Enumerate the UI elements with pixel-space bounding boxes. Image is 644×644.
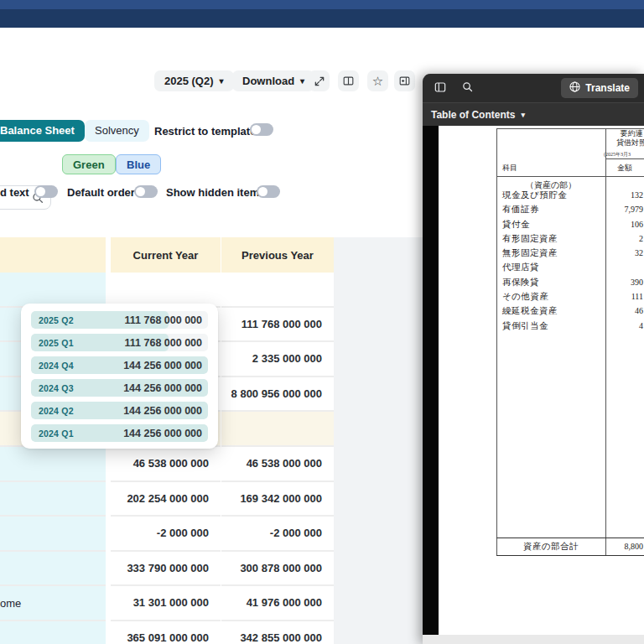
row-label-cell[interactable] <box>0 273 106 308</box>
quarter-bar-row: 2024 Q1 144 256 000 000 <box>31 424 208 442</box>
period-selector-label: 2025 (Q2) <box>164 75 214 87</box>
table-header-current-year: Current Year <box>111 237 221 273</box>
show-hidden-items-toggle[interactable] <box>257 185 280 198</box>
toggle-knob <box>36 187 45 196</box>
toggle-knob <box>252 125 261 134</box>
default-order-toggle[interactable] <box>134 185 158 198</box>
doc-row-amount: 106 <box>605 217 643 231</box>
table-row: 46 538 000 000 46 538 000 000 <box>0 447 334 482</box>
current-year-cell[interactable]: 46 538 000 000 <box>111 447 221 482</box>
quarter-value: 144 256 000 000 <box>123 405 202 417</box>
period-selector[interactable]: 2025 (Q2) ▾ <box>154 70 234 91</box>
download-button[interactable]: Download ▾ <box>232 70 314 91</box>
translate-button[interactable]: Translate <box>561 78 638 98</box>
previous-year-cell[interactable]: -2 000 000 <box>221 517 334 552</box>
document-search-button[interactable] <box>454 75 480 101</box>
green-filter-button[interactable]: Green <box>62 154 116 174</box>
toc-sidebar-button[interactable] <box>428 75 453 101</box>
globe-icon <box>569 81 580 95</box>
doc-row: 有形固定資産 2 <box>496 231 644 246</box>
current-year-cell[interactable]: -2 000 000 <box>111 517 221 552</box>
doc-row-amount: 4 <box>605 319 643 333</box>
tab-solvency[interactable]: Solvency <box>85 120 149 142</box>
browser-top-bar <box>0 0 644 9</box>
table-background <box>334 237 426 644</box>
quarter-label: 2025 Q2 <box>39 315 74 325</box>
current-year-cell[interactable]: 202 254 000 000 <box>111 482 221 517</box>
quarter-bar-row: 2024 Q3 144 256 000 000 <box>31 379 208 397</box>
doc-row-amount: 111 <box>605 289 643 304</box>
favorite-button[interactable]: ☆ <box>367 70 388 91</box>
previous-year-cell[interactable]: 111 768 000 000 <box>221 308 334 343</box>
previous-year-cell[interactable] <box>221 273 334 308</box>
quarter-value: 144 256 000 000 <box>123 428 202 439</box>
expand-button[interactable] <box>309 70 330 91</box>
row-label-cell[interactable] <box>0 621 106 644</box>
previous-year-cell[interactable]: 46 538 000 000 <box>221 447 334 482</box>
table-row: ome 31 301 000 000 41 976 000 000 <box>0 586 334 621</box>
previous-year-cell[interactable]: 300 878 000 000 <box>221 552 334 587</box>
table-header-previous-year: Previous Year <box>221 237 334 273</box>
doc-row: 貸付金 106 <box>496 217 644 231</box>
previous-year-cell[interactable]: 8 800 956 000 000 <box>221 377 334 413</box>
doc-row: 繰延税金資産 46 <box>496 304 644 318</box>
document-viewer-canvas: 要約連 貸借対照 (2025年3月3 科目 金額 （資産の部） 現金及び預貯金 … <box>423 126 644 644</box>
blue-filter-button[interactable]: Blue <box>116 154 161 174</box>
doc-row-label: 有価証券 <box>502 202 539 216</box>
table-row: -2 000 000 -2 000 000 <box>0 517 334 552</box>
current-year-cell[interactable] <box>111 273 221 308</box>
doc-row: 再保険貸 390 <box>496 275 644 289</box>
doc-row-amount: 390 <box>605 275 643 289</box>
restrict-to-template-toggle[interactable] <box>250 123 273 136</box>
quarter-label: 2024 Q2 <box>39 406 74 416</box>
chevron-down-icon: ▾ <box>300 76 304 86</box>
default-order-label: Default order <box>67 186 135 199</box>
doc-row-amount: 46 <box>605 304 643 318</box>
quarter-bar-row: 2024 Q2 144 256 000 000 <box>31 402 208 419</box>
table-header-empty <box>0 237 106 273</box>
table-header-row: Current Year Previous Year <box>0 237 334 273</box>
panel-add-button[interactable] <box>394 70 415 91</box>
current-year-cell[interactable]: 31 301 000 000 <box>111 586 221 621</box>
doc-row-label: 貸付金 <box>502 217 530 231</box>
doc-row-amount: 32 <box>605 246 643 260</box>
previous-year-cell[interactable] <box>221 412 334 447</box>
expand-icon <box>314 75 325 87</box>
table-row: 365 091 000 000 342 855 000 000 <box>0 621 334 644</box>
row-label-cell[interactable] <box>0 552 106 587</box>
tab-balance-sheet[interactable]: Balance Sheet <box>0 120 85 142</box>
star-icon: ☆ <box>372 74 383 89</box>
previous-year-cell[interactable]: 169 342 000 000 <box>221 482 334 517</box>
translate-button-label: Translate <box>585 82 630 94</box>
quarter-value: 111 768 000 000 <box>125 314 202 326</box>
row-label-cell[interactable] <box>0 482 106 517</box>
text-toggle[interactable] <box>34 185 58 198</box>
previous-year-cell[interactable]: 2 335 000 000 <box>221 342 334 377</box>
quarter-value: 111 768 000 000 <box>125 337 202 349</box>
row-label-cell[interactable] <box>0 517 106 552</box>
quarter-label: 2024 Q4 <box>39 361 74 371</box>
doc-title-line1: 要約連 <box>605 129 644 138</box>
current-year-cell[interactable]: 365 091 000 000 <box>111 621 221 644</box>
table-row <box>0 273 334 308</box>
document-viewer-panel: Translate Table of Contents ▾ 要約連 貸借対照 (… <box>423 74 644 644</box>
document-page: 要約連 貸借対照 (2025年3月3 科目 金額 （資産の部） 現金及び預貯金 … <box>439 126 644 635</box>
table-of-contents-dropdown[interactable]: Table of Contents ▾ <box>423 102 644 126</box>
doc-row-amount: 132 <box>605 188 643 202</box>
doc-row-label: 現金及び預貯金 <box>502 188 567 202</box>
current-year-cell[interactable]: 333 790 000 000 <box>111 552 221 587</box>
app-nav-bar <box>0 9 644 28</box>
previous-year-cell[interactable]: 41 976 000 000 <box>221 586 334 621</box>
doc-total-row: 資産の部合計 8,800 <box>496 538 644 556</box>
quarter-label: 2024 Q1 <box>39 428 74 439</box>
doc-row-label: 無形固定資産 <box>502 246 558 260</box>
doc-column-amount: 金額 <box>605 163 644 174</box>
table-row: 202 254 000 000 169 342 000 000 <box>0 482 334 517</box>
quarter-label: 2025 Q1 <box>39 338 74 348</box>
split-view-button[interactable] <box>338 70 359 91</box>
doc-row-label: 繰延税金資産 <box>502 304 558 318</box>
previous-year-cell[interactable]: 342 855 000 000 <box>221 621 334 644</box>
row-label-cell[interactable]: ome <box>0 586 106 621</box>
quarter-bar-row: 2024 Q4 144 256 000 000 <box>31 356 208 374</box>
row-label-cell[interactable] <box>0 447 106 482</box>
